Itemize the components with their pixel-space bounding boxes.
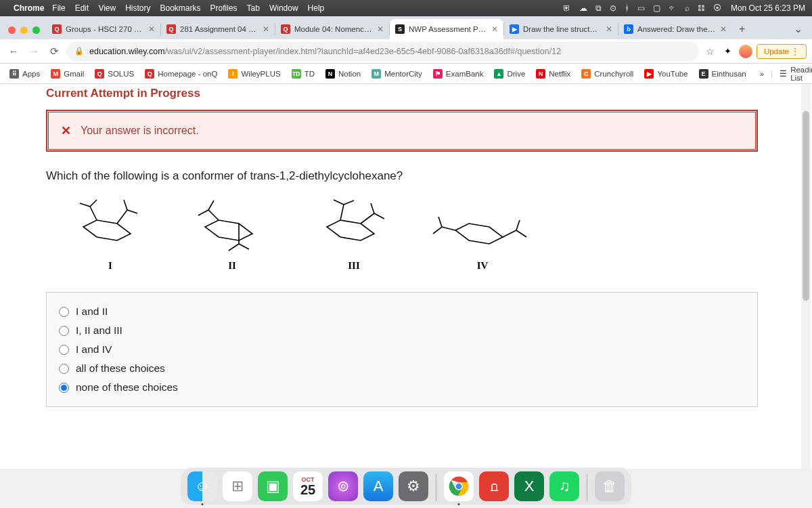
play-icon[interactable]: ⊙ — [610, 3, 616, 13]
dock-facetime[interactable]: ▣ — [258, 471, 288, 501]
tab-close-icon[interactable]: ✕ — [263, 24, 269, 34]
shield-icon[interactable]: ⛨ — [563, 3, 571, 13]
display-icon[interactable]: ▢ — [653, 3, 660, 13]
dock-podcasts[interactable]: ⊚ — [328, 471, 358, 501]
dock-settings[interactable]: ⚙ — [399, 471, 428, 501]
update-button[interactable]: Update ⋮ — [757, 44, 807, 59]
window-controls[interactable] — [4, 26, 47, 39]
browser-tab[interactable]: bAnswered: Draw the two✕ — [618, 19, 732, 39]
maximize-window-icon[interactable] — [32, 26, 40, 34]
address-bar[interactable]: 🔒 education.wiley.com/was/ui/v2/assessme… — [66, 42, 699, 61]
bookmark-item[interactable]: EEinthusan — [695, 67, 750, 81]
menu-edit[interactable]: Edit — [75, 3, 89, 13]
bookmark-item[interactable]: CCrunchyroll — [577, 67, 637, 81]
bookmark-favicon: M — [371, 69, 381, 79]
menu-view[interactable]: View — [98, 3, 116, 13]
profile-avatar[interactable] — [739, 45, 752, 58]
tab-close-icon[interactable]: ✕ — [720, 24, 727, 34]
tab-close-icon[interactable]: ✕ — [148, 24, 155, 34]
browser-tab[interactable]: Q281 Assignment 04 - Ca✕ — [161, 19, 275, 39]
browser-tab[interactable]: SNWP Assessment Player✕ — [390, 19, 503, 39]
reading-list-button[interactable]: ☰ Reading List — [775, 64, 812, 84]
tab-title: 281 Assignment 04 - Ca — [180, 25, 258, 33]
answer-option[interactable]: I, II and III — [59, 321, 745, 340]
tv-icon[interactable]: ⧉ — [595, 3, 602, 13]
minimize-window-icon[interactable] — [20, 26, 28, 34]
bookmark-item[interactable]: ⚑ExamBank — [429, 67, 488, 81]
tab-close-icon[interactable]: ✕ — [606, 24, 612, 34]
dock-launchpad[interactable]: ⊞ — [223, 471, 252, 501]
menu-bookmarks[interactable]: Bookmarks — [160, 3, 201, 13]
menu-file[interactable]: File — [52, 3, 65, 13]
radio-input[interactable] — [59, 345, 69, 355]
radio-input[interactable] — [59, 383, 69, 393]
menu-tab[interactable]: Tab — [247, 3, 260, 13]
tab-close-icon[interactable]: ✕ — [377, 24, 384, 34]
control-center-icon[interactable]: 𝌮 — [698, 3, 705, 13]
forward-button[interactable]: → — [26, 43, 42, 60]
dock-calendar[interactable]: OCT25 — [293, 471, 323, 501]
extension-puzzle-icon[interactable]: ✦ — [721, 45, 735, 58]
dock-finder[interactable]: ☺ — [187, 471, 217, 501]
bookmark-favicon: TD — [292, 69, 301, 79]
lock-icon: 🔒 — [74, 47, 84, 56]
radio-input[interactable] — [59, 326, 69, 336]
menu-window[interactable]: Window — [269, 3, 298, 13]
user-icon[interactable]: ⦿ — [713, 3, 721, 13]
answer-option[interactable]: I and IV — [59, 340, 745, 359]
bluetooth-icon[interactable]: ᚼ — [625, 3, 629, 13]
bookmark-item[interactable]: ▶YouTube — [640, 67, 692, 81]
bookmark-item[interactable]: NNotion — [321, 67, 365, 81]
bookmark-item[interactable]: TDTD — [288, 67, 319, 81]
molecule-III — [303, 196, 405, 257]
bookmark-item[interactable]: ▲Drive — [490, 67, 529, 81]
menu-help[interactable]: Help — [308, 3, 325, 13]
bookmark-label: Einthusan — [712, 70, 746, 78]
bookmark-item[interactable]: QSOLUS — [91, 67, 138, 81]
radio-input[interactable] — [59, 364, 69, 374]
dock-acrobat[interactable]: ⩍ — [479, 471, 509, 501]
wifi-icon[interactable]: ᯤ — [669, 3, 677, 13]
menu-profiles[interactable]: Profiles — [210, 3, 238, 13]
dock-excel[interactable]: X — [514, 471, 544, 501]
bookmark-item[interactable]: !WileyPLUS — [224, 67, 284, 81]
menu-history[interactable]: History — [125, 3, 150, 13]
bookmark-item[interactable]: ⠿Apps — [5, 67, 44, 81]
radio-input[interactable] — [59, 307, 69, 317]
dock-spotify[interactable]: ♫ — [549, 471, 579, 501]
scrollbar-thumb[interactable] — [803, 111, 809, 301]
bookmark-favicon: ! — [228, 69, 238, 79]
dock-chrome[interactable] — [444, 471, 474, 501]
reload-button[interactable]: ⟳ — [46, 43, 62, 60]
clock[interactable]: Mon Oct 25 6:23 PM — [731, 3, 805, 13]
cloud-icon[interactable]: ☁ — [579, 3, 587, 13]
browser-tab[interactable]: ▶Draw the line structure o✕ — [504, 19, 618, 39]
bookmark-item[interactable]: MMentorCity — [367, 67, 426, 81]
bookmark-favicon: Q — [95, 69, 104, 79]
answer-option[interactable]: I and II — [59, 302, 745, 321]
answer-option[interactable]: all of these choices — [59, 359, 745, 378]
browser-tab[interactable]: QModule 04: Nomenclatu✕ — [275, 19, 389, 39]
new-tab-button[interactable]: + — [732, 23, 752, 39]
bookmarks-overflow[interactable]: » — [756, 70, 768, 78]
chrome-tabstrip: QGroups - HSCI 270 - Ble✕Q281 Assignment… — [0, 16, 812, 39]
dock-trash[interactable]: 🗑 — [595, 471, 625, 501]
bookmark-item[interactable]: MGmail — [47, 67, 88, 81]
tab-close-icon[interactable]: ✕ — [491, 24, 498, 34]
close-window-icon[interactable] — [8, 26, 16, 34]
back-button[interactable]: ← — [5, 43, 22, 60]
dock-appstore[interactable]: A — [363, 471, 393, 501]
app-name[interactable]: Chrome — [14, 3, 44, 13]
search-icon[interactable]: ⌕ — [685, 3, 690, 13]
option-label: I, II and III — [76, 324, 122, 337]
url-path: /was/ui/v2/assessment-player/index.html?… — [165, 47, 561, 56]
browser-tab[interactable]: QGroups - HSCI 270 - Ble✕ — [47, 19, 160, 39]
answer-option[interactable]: none of these choices — [59, 378, 745, 397]
tab-title: Answered: Draw the two — [637, 25, 716, 33]
battery-icon[interactable]: ▭ — [637, 3, 645, 13]
scrollbar[interactable] — [801, 84, 811, 469]
chevron-down-icon[interactable]: ⌄ — [794, 23, 803, 35]
bookmark-star-icon[interactable]: ☆ — [706, 46, 715, 57]
bookmark-item[interactable]: NNetflix — [532, 67, 574, 81]
bookmark-item[interactable]: QHomepage - onQ — [141, 67, 221, 81]
